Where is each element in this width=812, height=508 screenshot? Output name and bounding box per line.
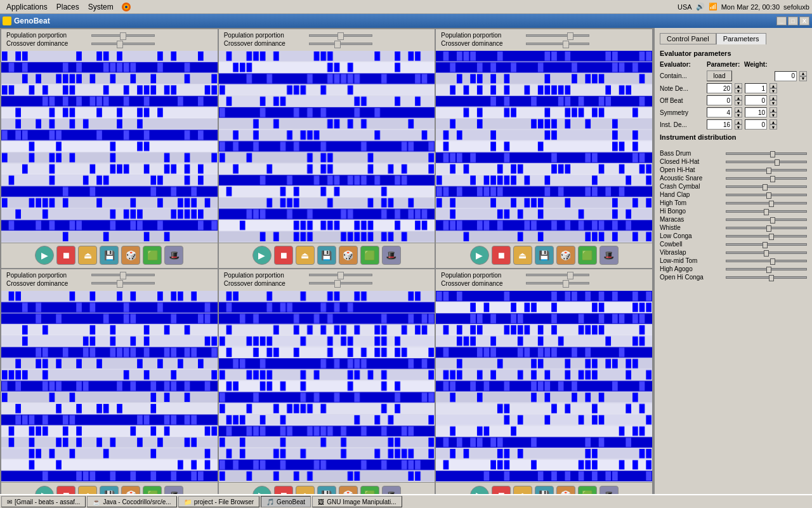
system-menu[interactable]: System [84,1,117,13]
pop-slider-2[interactable] [309,34,372,37]
pattern-button-3[interactable]: 🟩 [578,246,597,265]
inst-thumb-open-hihat[interactable] [766,168,771,174]
dice-button-5[interactable]: 🎲 [339,486,358,494]
taskbar-gmail[interactable]: ✉ [Gmail - beats - assaf... [1,496,86,507]
param-up-notede[interactable]: ▲ [735,83,742,88]
save-button-5[interactable]: 💾 [317,486,336,494]
taskbar-java[interactable]: ☕ Java - Cocodrillo/src/e... [87,496,176,507]
inst-thumb-acoustic-snare[interactable] [770,176,775,182]
hat-button-2[interactable]: 🎩 [382,246,401,265]
close-button[interactable]: X [799,17,809,25]
param-down-offbeat[interactable]: ▼ [735,100,742,105]
play-button-6[interactable]: ▶ [470,486,489,494]
cross-thumb-6[interactable] [563,280,569,288]
pop-thumb-6[interactable] [567,272,573,279]
pop-slider-6[interactable] [526,274,589,276]
weight-input-contain[interactable] [775,71,797,81]
weight-input-symmetry[interactable] [745,107,767,117]
pop-thumb-1[interactable] [120,32,126,40]
weight-down-symmetry[interactable]: ▼ [769,112,777,117]
inst-slider-vibraslap[interactable] [726,251,807,254]
weight-up-offbeat[interactable]: ▲ [769,95,777,100]
save-button-6[interactable]: 💾 [535,486,554,494]
pop-slider-5[interactable] [309,274,372,276]
inst-slider-open-hi-conga[interactable] [726,276,807,279]
inst-slider-bass-drum[interactable] [726,152,807,155]
places-menu[interactable]: Places [53,1,83,13]
weight-up-notede[interactable]: ▲ [769,83,777,88]
inst-thumb-closed-hihat[interactable] [775,159,780,166]
param-up-instde[interactable]: ▲ [735,119,742,124]
param-up-symmetry[interactable]: ▲ [735,107,742,112]
param-input-offbeat1[interactable] [707,95,732,105]
weight-down-notede[interactable]: ▼ [769,88,777,93]
dice-button-1[interactable]: 🎲 [121,246,140,265]
cross-thumb-3[interactable] [563,41,569,48]
save-button-3[interactable]: 💾 [535,246,554,265]
beat-grid-3[interactable] [436,51,652,243]
inst-thumb-bass-drum[interactable] [770,151,775,157]
param-up-offbeat[interactable]: ▲ [735,95,742,100]
weight-up-instde[interactable]: ▲ [769,119,777,124]
hat-button-4[interactable]: 🎩 [164,486,183,494]
eject-button-4[interactable]: ⏏ [78,486,97,494]
stop-button-5[interactable]: ⏹ [274,486,293,494]
weight-down-instde[interactable]: ▼ [769,124,777,130]
inst-thumb-vibraslap[interactable] [764,250,769,257]
save-button-4[interactable]: 💾 [100,486,119,494]
pop-thumb-2[interactable] [337,32,344,40]
inst-thumb-cowbell[interactable] [763,242,768,248]
inst-slider-hand-clap[interactable] [726,194,807,196]
inst-slider-hi-bongo[interactable] [726,210,807,213]
tab-control-panel[interactable]: Control Panel [660,33,716,44]
cross-slider-1[interactable] [91,43,155,45]
inst-slider-low-mid-tom[interactable] [726,260,807,262]
save-button-1[interactable]: 💾 [100,246,119,265]
play-button-5[interactable]: ▶ [252,486,272,494]
eject-button-2[interactable]: ⏏ [296,246,315,265]
pop-slider-3[interactable] [526,34,589,37]
play-button-4[interactable]: ▶ [35,486,54,494]
weight-input-instde[interactable] [745,119,767,130]
dice-button-3[interactable]: 🎲 [556,246,575,265]
beat-grid-6[interactable] [436,291,652,483]
pop-thumb-3[interactable] [567,32,573,40]
stop-button-3[interactable]: ⏹ [492,246,511,265]
inst-thumb-crash-cymbal[interactable] [763,184,768,190]
pattern-button-4[interactable]: 🟩 [143,486,162,494]
weight-up-symmetry[interactable]: ▲ [769,107,777,112]
inst-slider-open-hihat[interactable] [726,169,807,171]
param-input-instde[interactable] [707,119,732,130]
inst-thumb-high-tom[interactable] [769,201,774,207]
taskbar-filebrowser[interactable]: 📁 project - File Browser [178,496,259,507]
weight-down-contain[interactable]: ▼ [799,76,807,81]
load-button[interactable]: load [707,70,732,81]
cross-slider-4[interactable] [91,282,155,284]
hat-button-5[interactable]: 🎩 [382,486,401,494]
cross-slider-3[interactable] [526,43,589,45]
pop-thumb-4[interactable] [120,272,126,279]
inst-slider-low-conga[interactable] [726,235,807,237]
param-input-notede[interactable] [707,83,732,93]
inst-thumb-low-conga[interactable] [769,234,774,240]
cross-thumb-5[interactable] [334,280,341,288]
hat-button-6[interactable]: 🎩 [599,486,619,494]
hat-button-1[interactable]: 🎩 [164,246,183,265]
pop-slider-1[interactable] [91,34,155,37]
inst-thumb-whistle[interactable] [766,225,771,232]
inst-thumb-high-agogo[interactable] [766,267,771,273]
dice-button-4[interactable]: 🎲 [121,486,140,494]
dice-button-6[interactable]: 🎲 [556,486,575,494]
stop-button-6[interactable]: ⏹ [492,486,511,494]
maximize-button[interactable]: □ [788,17,798,25]
tab-parameters[interactable]: Parameters [716,33,766,44]
stop-button-2[interactable]: ⏹ [274,246,293,265]
param-down-instde[interactable]: ▼ [735,124,742,130]
cross-slider-2[interactable] [309,43,372,45]
inst-thumb-low-mid-tom[interactable] [770,258,775,265]
minimize-button[interactable]: _ [776,17,787,25]
inst-slider-cowbell[interactable] [726,243,807,246]
inst-slider-maracas[interactable] [726,218,807,221]
dice-button-2[interactable]: 🎲 [339,246,358,265]
weight-input-notede[interactable] [745,83,767,93]
